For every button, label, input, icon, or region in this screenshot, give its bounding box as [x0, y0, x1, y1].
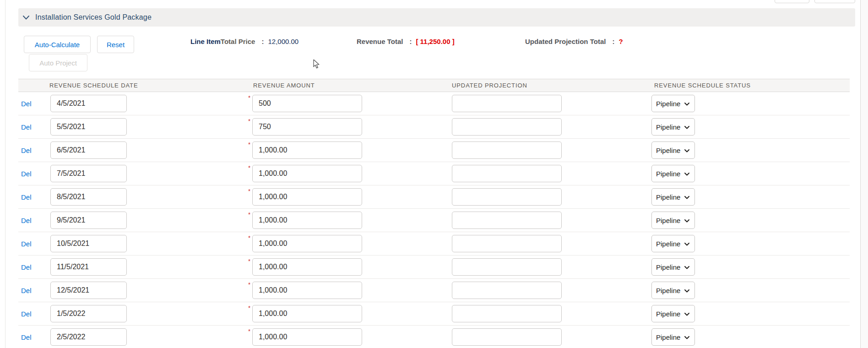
- chevron-down-icon: [684, 239, 689, 248]
- status-select-value: Pipeline: [656, 287, 680, 294]
- revenue-schedule-date-input[interactable]: [50, 95, 127, 112]
- revenue-amount-input[interactable]: [252, 328, 362, 346]
- col-revenue-amount: REVENUE AMOUNT: [253, 82, 315, 89]
- required-asterisk: *: [248, 94, 250, 101]
- chevron-down-icon: [684, 333, 689, 341]
- table-row: Del * Pipeline: [18, 92, 850, 115]
- delete-row-link[interactable]: Del: [21, 193, 32, 201]
- revenue-total-label: Revenue Total: [357, 38, 403, 45]
- table-row: Del * Pipeline: [18, 232, 850, 256]
- revenue-schedule-date-input[interactable]: [50, 282, 127, 299]
- table-row: Del * Pipeline: [18, 139, 850, 162]
- revenue-schedule-date-input[interactable]: [50, 328, 127, 346]
- chevron-down-icon: [684, 193, 689, 201]
- revenue-schedule-date-input[interactable]: [50, 212, 127, 229]
- updated-projection-input[interactable]: [452, 235, 562, 252]
- chevron-down-icon: [684, 123, 689, 131]
- required-asterisk: *: [248, 141, 250, 148]
- vertical-scrollbar[interactable]: [860, 0, 868, 348]
- status-select-value: Pipeline: [656, 123, 680, 131]
- col-updated-projection: UPDATED PROJECTION: [452, 82, 527, 89]
- table-row: Del * Pipeline: [18, 162, 850, 185]
- updated-projection-input[interactable]: [452, 141, 562, 159]
- revenue-amount-input[interactable]: [252, 258, 362, 276]
- delete-row-link[interactable]: Del: [21, 170, 32, 178]
- updated-projection-input[interactable]: [452, 212, 562, 229]
- updated-projection-total: Updated Projection Total:?: [525, 37, 623, 45]
- updated-projection-input[interactable]: [452, 118, 562, 136]
- required-asterisk: *: [248, 118, 250, 125]
- updated-projection-total-value: ?: [618, 38, 623, 45]
- revenue-amount-input[interactable]: [252, 95, 362, 112]
- delete-row-link[interactable]: Del: [21, 287, 32, 294]
- revenue-amount-input[interactable]: [252, 165, 362, 182]
- chevron-down-icon: [684, 146, 689, 154]
- status-select-value: Pipeline: [656, 310, 680, 318]
- section-header[interactable]: Installation Services Gold Package: [18, 8, 855, 27]
- required-asterisk: *: [248, 211, 250, 218]
- revenue-amount-input[interactable]: [252, 141, 362, 159]
- revenue-schedule-status-select[interactable]: Pipeline: [651, 328, 695, 346]
- updated-projection-input[interactable]: [452, 258, 562, 276]
- revenue-schedule-status-select[interactable]: Pipeline: [651, 282, 695, 299]
- delete-row-link[interactable]: Del: [21, 217, 32, 224]
- revenue-schedule-status-select[interactable]: Pipeline: [651, 165, 695, 182]
- revenue-schedule-status-select[interactable]: Pipeline: [651, 235, 695, 252]
- revenue-schedule-date-input[interactable]: [50, 235, 127, 252]
- auto-calculate-button[interactable]: Auto-Calculate: [24, 36, 91, 53]
- required-asterisk: *: [248, 304, 250, 311]
- required-asterisk: *: [248, 328, 250, 335]
- updated-projection-input[interactable]: [452, 188, 562, 206]
- revenue-schedule-date-input[interactable]: [50, 118, 127, 136]
- updated-projection-input[interactable]: [452, 305, 562, 322]
- table-row: Del * Pipeline: [18, 256, 850, 279]
- status-select-value: Pipeline: [656, 170, 680, 178]
- delete-row-link[interactable]: Del: [21, 333, 32, 341]
- table-row: Del * Pipeline: [18, 115, 850, 139]
- status-select-value: Pipeline: [656, 217, 680, 224]
- revenue-amount-input[interactable]: [252, 282, 362, 299]
- delete-row-link[interactable]: Del: [21, 123, 32, 131]
- revenue-schedule-date-input[interactable]: [50, 165, 127, 182]
- revenue-amount-input[interactable]: [252, 305, 362, 322]
- revenue-amount-input[interactable]: [252, 235, 362, 252]
- revenue-schedule-status-select[interactable]: Pipeline: [651, 188, 695, 206]
- delete-row-link[interactable]: Del: [21, 100, 32, 108]
- revenue-schedule-status-select[interactable]: Pipeline: [651, 258, 695, 276]
- revenue-amount-input[interactable]: [252, 212, 362, 229]
- table-body: Del * Pipeline Del * Pipeline Del *: [18, 92, 850, 348]
- updated-projection-input[interactable]: [452, 165, 562, 182]
- chevron-down-icon: [684, 99, 689, 108]
- updated-projection-input[interactable]: [452, 282, 562, 299]
- delete-row-link[interactable]: Del: [21, 310, 32, 318]
- chevron-down-icon[interactable]: [23, 16, 29, 20]
- revenue-schedule-date-input[interactable]: [50, 305, 127, 322]
- table-row: Del * Pipeline: [18, 185, 850, 209]
- revenue-schedule-date-input[interactable]: [50, 258, 127, 276]
- required-asterisk: *: [248, 164, 250, 171]
- revenue-total: Revenue Total:[ 11,250.00 ]: [357, 37, 455, 45]
- cut-off-button-2[interactable]: [814, 0, 855, 3]
- table-header-row: REVENUE SCHEDULE DATE REVENUE AMOUNT UPD…: [18, 79, 850, 92]
- updated-projection-input[interactable]: [452, 95, 562, 112]
- cut-off-button-1[interactable]: [775, 0, 809, 3]
- revenue-amount-input[interactable]: [252, 188, 362, 206]
- delete-row-link[interactable]: Del: [21, 147, 32, 154]
- revenue-schedule-date-input[interactable]: [50, 188, 127, 206]
- required-asterisk: *: [248, 188, 250, 195]
- revenue-schedule-status-select[interactable]: Pipeline: [651, 141, 695, 159]
- auto-project-button-disabled[interactable]: Auto Project: [29, 54, 87, 71]
- revenue-amount-input[interactable]: [252, 118, 362, 136]
- updated-projection-input[interactable]: [452, 328, 562, 346]
- delete-row-link[interactable]: Del: [21, 263, 32, 271]
- revenue-schedule-status-select[interactable]: Pipeline: [651, 305, 695, 322]
- chevron-down-icon: [684, 310, 689, 318]
- revenue-schedule-status-select[interactable]: Pipeline: [651, 212, 695, 229]
- revenue-schedule-status-select[interactable]: Pipeline: [651, 118, 695, 136]
- reset-button[interactable]: Reset: [97, 36, 134, 53]
- delete-row-link[interactable]: Del: [21, 240, 32, 248]
- table-row: Del * Pipeline: [18, 326, 850, 348]
- revenue-schedule-date-input[interactable]: [50, 141, 127, 159]
- chevron-down-icon: [684, 169, 689, 178]
- revenue-schedule-status-select[interactable]: Pipeline: [651, 95, 695, 112]
